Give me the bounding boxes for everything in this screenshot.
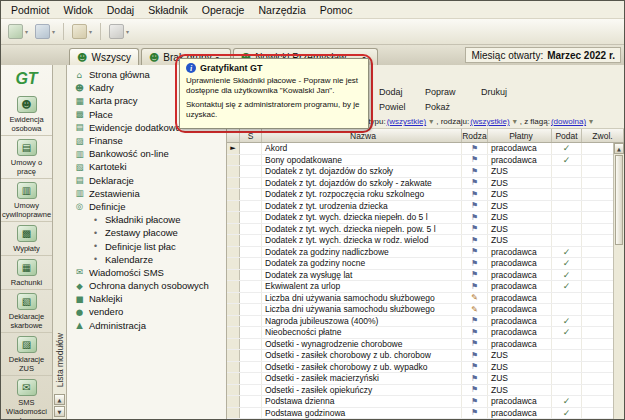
module-button[interactable]: ✉ SMS Wiadomości robocze (1, 376, 52, 419)
row-selector-cell[interactable]: ► (227, 189, 240, 200)
row-selector-cell[interactable]: ► (227, 212, 240, 223)
table-row[interactable]: ► Odsetki - zasiłek macierzyński ⚑ ZUS ✓ (227, 373, 624, 385)
row-selector-cell[interactable]: ► (227, 362, 240, 373)
tree-item[interactable]: ▥ Zestawienia (67, 187, 226, 200)
module-list-strip[interactable]: Lista modułów ▲ ▼ (53, 65, 67, 419)
row-selector-cell[interactable]: ► (227, 327, 240, 338)
column-header-platny[interactable]: Płatny (488, 129, 552, 142)
table-row[interactable]: ► Dodatek z tyt. wych. dziecka w rodz. w… (227, 235, 624, 247)
tree-item[interactable]: ✉ Wiadomości SMS (67, 266, 226, 279)
row-selector-cell[interactable]: ► (227, 373, 240, 384)
tree-item[interactable]: ● vendero (67, 305, 226, 318)
action-link[interactable]: Powiel (379, 102, 425, 112)
row-selector-cell[interactable]: ► (227, 385, 240, 396)
table-row[interactable]: ► Liczba dni używania samochodu służbowe… (227, 304, 624, 316)
table-row[interactable]: ► Ekwiwalent za urlop ⚑ pracodawca ✓ (227, 281, 624, 293)
table-row[interactable]: ► Dodatek z tyt. wych. dziecka niepełn. … (227, 212, 624, 224)
table-row[interactable]: ► Podstawa dzienna ⚑ pracodawca ✓ (227, 396, 624, 408)
row-selector-cell[interactable]: ► (227, 201, 240, 212)
action-link[interactable]: Drukuj (481, 87, 527, 97)
module-button[interactable]: ▦ Rachunki (1, 256, 52, 290)
menu-item[interactable]: Składnik (141, 2, 195, 18)
table-row[interactable]: ► Bony opodatkowane ⚑ pracodawca ✓ (227, 155, 624, 167)
caret-down-icon[interactable]: ▾ (589, 117, 593, 126)
module-button[interactable]: ▧ Deklaracje skarbowe (1, 290, 52, 333)
table-row[interactable]: ► Dodatek za godziny nocne ⚑ pracodawca … (227, 258, 624, 270)
module-button[interactable]: ▩ Wypłaty (1, 222, 52, 256)
strip-scroll-down-button[interactable]: ▼ (54, 406, 65, 417)
menu-item[interactable]: Podmiot (4, 2, 57, 18)
table-row[interactable]: ► Dodatek z tyt. rozpoczęcia roku szkoln… (227, 189, 624, 201)
tree-item[interactable]: • Definicje list płac (67, 239, 226, 252)
row-selector-cell[interactable]: ► (227, 316, 240, 327)
table-row[interactable]: ► Nagroda jubileuszowa (400%) ⚑ pracodaw… (227, 316, 624, 328)
row-selector-cell[interactable]: ► (227, 339, 240, 350)
table-row[interactable]: ► Nieobecności płatne ⚑ pracodawca ✓ (227, 327, 624, 339)
menu-item[interactable]: Dodaj (100, 2, 141, 18)
toolbar-add-button[interactable]: ▾ (5, 21, 31, 42)
caret-down-icon[interactable]: ▾ (429, 117, 433, 126)
menu-item[interactable]: Widok (57, 2, 100, 18)
toolbar-operations-button[interactable]: ▾ (69, 21, 95, 42)
row-selector-cell[interactable]: ► (227, 270, 240, 281)
vertical-scrollbar[interactable]: ▲ (613, 143, 624, 419)
table-row[interactable]: ► Odsetki - zasiłek opiekuńczy ⚑ ZUS ✓ (227, 385, 624, 397)
row-selector-cell[interactable]: ► (227, 258, 240, 269)
tree-item[interactable]: • Zestawy płacowe (67, 226, 226, 239)
module-button[interactable]: ▥ Umowy cywilnoprawne (1, 179, 52, 222)
row-selector-cell[interactable]: ► (227, 155, 240, 166)
employee-tab[interactable]: ☻ Wszyscy ▾ (69, 48, 139, 65)
column-header-podatek[interactable]: Podat (552, 129, 582, 142)
row-selector-cell[interactable]: ► (227, 350, 240, 361)
table-row[interactable]: ► Odsetki - wynagrodzenie chorobowe ⚑ pr… (227, 339, 624, 351)
action-link[interactable]: Popraw (425, 87, 481, 97)
module-button[interactable]: ☻ Ewidencja osobowa (1, 93, 52, 136)
module-button[interactable]: ▤ Umowy o pracę (1, 136, 52, 179)
table-row[interactable]: ► Dodatek z tyt. dojazdów do szkoły - za… (227, 178, 624, 190)
table-row[interactable]: ► Dodatek z tyt. dojazdów do szkoły ⚑ ZU… (227, 166, 624, 178)
table-row[interactable]: ► Odsetki - zasiłek chorobowy z ub. chor… (227, 350, 624, 362)
filter-flag-dropdown[interactable]: (dowolna) (551, 117, 586, 126)
filter-kind-dropdown[interactable]: (wszystkie) (470, 117, 510, 126)
menu-item[interactable]: Operacje (195, 2, 252, 18)
menu-item[interactable]: Narzędzia (251, 2, 312, 18)
tree-item[interactable]: • Kalendarze (67, 253, 226, 266)
tree-item[interactable]: ▧ Kartoteki (67, 160, 226, 173)
tree-item[interactable]: ▥ Bankowość on-line (67, 147, 226, 160)
toolbar-print-button[interactable]: ▾ (106, 21, 132, 42)
row-selector-cell[interactable]: ► (227, 143, 240, 154)
tree-item[interactable]: ◆ Ochrona danych osobowych (67, 279, 226, 292)
row-selector-cell[interactable]: ► (227, 304, 240, 315)
tree-item[interactable]: ▨ Finanse (67, 134, 226, 147)
table-row[interactable]: ► Dodatek z tyt. wych. dziecka niepełn. … (227, 224, 624, 236)
filter-type-dropdown[interactable]: (wszystkie) (387, 117, 427, 126)
row-selector-cell[interactable]: ► (227, 178, 240, 189)
column-header-rodzaj[interactable]: Rodza (462, 129, 488, 142)
table-row[interactable]: ► Dodatek za godziny nadliczbowe ⚑ praco… (227, 247, 624, 259)
action-link[interactable]: Dodaj (379, 87, 425, 97)
menu-item[interactable]: Pomoc (313, 2, 360, 18)
tree-item[interactable]: ■ Naklejki (67, 292, 226, 305)
column-header-zwolnienie[interactable]: Zwol. (582, 129, 624, 142)
table-row[interactable]: ► Odsetki - zasiłek chorobowy z ub. wypa… (227, 362, 624, 374)
row-selector-cell[interactable]: ► (227, 166, 240, 177)
toolbar-edit-button[interactable]: ▾ (32, 21, 58, 42)
tree-item[interactable]: ◎ Definicje (67, 200, 226, 213)
row-selector-cell[interactable]: ► (227, 408, 240, 419)
row-selector-cell[interactable]: ► (227, 247, 240, 258)
table-row[interactable]: ► Dodatek z tyt. urodzenia dziecka ⚑ ZUS… (227, 201, 624, 213)
table-row[interactable]: ► Liczba dni używania samochodu służbowe… (227, 293, 624, 305)
row-selector-cell[interactable]: ► (227, 281, 240, 292)
row-selector-cell[interactable]: ► (227, 235, 240, 246)
scrollbar-thumb[interactable] (615, 155, 623, 245)
tree-item[interactable]: ▲ Administracja (67, 319, 226, 332)
caret-down-icon[interactable]: ▾ (513, 117, 517, 126)
table-row[interactable]: ► Podstawa godzinowa ⚑ pracodawca ✓ (227, 408, 624, 420)
strip-scroll-up-button[interactable]: ▲ (54, 394, 65, 405)
module-button[interactable]: ▨ Deklaracje ZUS (1, 333, 52, 376)
row-selector-cell[interactable]: ► (227, 396, 240, 407)
table-row[interactable]: ► Akord ⚑ pracodawca ✓ (227, 143, 624, 155)
tree-item[interactable]: • Składniki płacowe (67, 213, 226, 226)
tree-item[interactable]: ▤ Deklaracje (67, 174, 226, 187)
action-link[interactable]: Pokaż (425, 102, 481, 112)
